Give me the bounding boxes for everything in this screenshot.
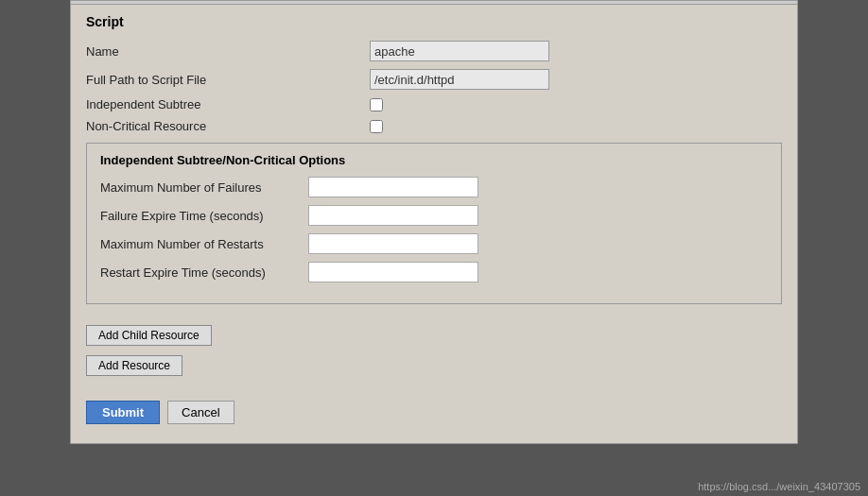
failure-expire-input[interactable] [308,205,478,226]
independent-subtree-row: Independent Subtree [86,97,782,111]
cancel-button[interactable]: Cancel [167,401,234,424]
footer: Submit Cancel [71,393,797,424]
submit-button[interactable]: Submit [86,401,160,424]
non-critical-row: Non-Critical Resource [86,119,782,133]
failure-expire-row: Failure Expire Time (seconds) [100,205,768,226]
watermark: https://blog.csd.../weixin_43407305 [698,481,860,492]
add-resource-button[interactable]: Add Resource [86,355,182,376]
independent-subtree-checkbox[interactable] [370,98,383,111]
add-child-resource-button[interactable]: Add Child Resource [86,325,212,346]
max-failures-input[interactable] [308,177,478,197]
non-critical-label: Non-Critical Resource [86,119,370,133]
name-input[interactable] [370,41,549,61]
restart-expire-input[interactable] [308,262,478,282]
add-child-row: Add Child Resource [86,319,782,346]
path-row: Full Path to Script File [86,69,782,90]
max-restarts-input[interactable] [308,233,478,254]
name-label: Name [86,44,370,59]
name-row: Name [86,41,782,61]
options-group: Independent Subtree/Non-Critical Options… [86,143,782,304]
max-failures-label: Maximum Number of Failures [100,180,308,195]
section-title: Script [86,14,782,29]
independent-subtree-label: Independent Subtree [86,97,370,111]
add-resource-row: Add Resource [86,355,782,376]
max-failures-row: Maximum Number of Failures [100,177,768,197]
path-label: Full Path to Script File [86,73,370,87]
restart-expire-label: Restart Expire Time (seconds) [100,265,308,280]
non-critical-checkbox[interactable] [370,120,383,133]
restart-expire-row: Restart Expire Time (seconds) [100,262,768,282]
options-group-legend: Independent Subtree/Non-Critical Options [100,153,768,167]
path-input[interactable] [370,69,549,90]
max-restarts-label: Maximum Number of Restarts [100,237,308,251]
max-restarts-row: Maximum Number of Restarts [100,233,768,254]
failure-expire-label: Failure Expire Time (seconds) [100,209,308,223]
